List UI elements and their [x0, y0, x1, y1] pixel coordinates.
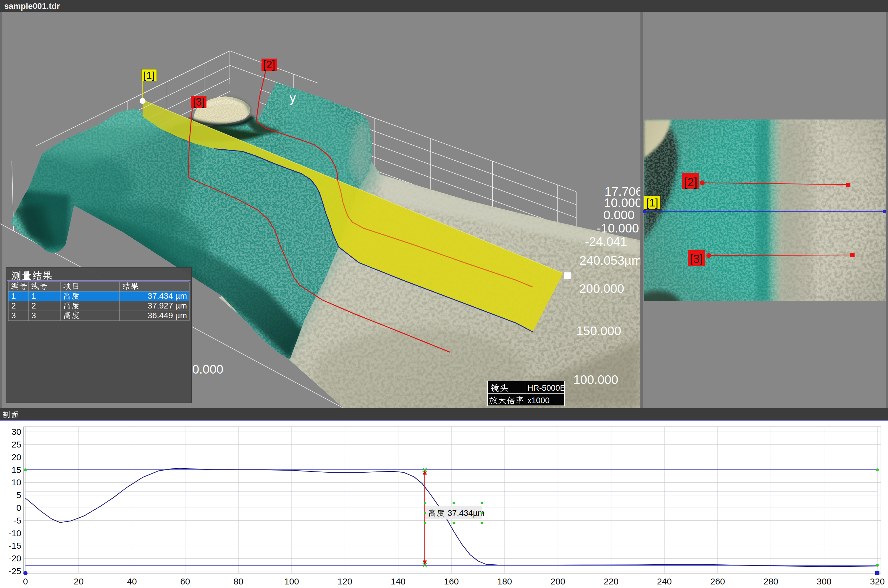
- svg-text:140: 140: [391, 576, 405, 586]
- svg-text:150.000: 150.000: [576, 324, 621, 338]
- svg-text:20: 20: [74, 576, 83, 586]
- svg-text:180: 180: [497, 576, 512, 586]
- svg-text:-10: -10: [9, 528, 21, 538]
- svg-text:160: 160: [444, 576, 459, 586]
- svg-text:10: 10: [12, 477, 21, 487]
- svg-text:1: 1: [32, 291, 36, 300]
- svg-text:100.000: 100.000: [573, 373, 618, 387]
- svg-text:2: 2: [11, 301, 16, 310]
- svg-text:1: 1: [11, 291, 16, 300]
- svg-text:240.053µm: 240.053µm: [579, 254, 642, 267]
- svg-text:-24.041: -24.041: [585, 234, 627, 249]
- svg-text:3: 3: [32, 311, 36, 320]
- svg-text:320: 320: [870, 576, 885, 586]
- svg-text:[1]: [1]: [646, 197, 658, 209]
- svg-text:10.000: 10.000: [604, 196, 642, 210]
- svg-text:2: 2: [32, 301, 36, 310]
- svg-text:5: 5: [16, 490, 21, 500]
- svg-text:37.434 µm: 37.434 µm: [148, 291, 187, 300]
- svg-text:60: 60: [180, 576, 190, 586]
- svg-text:80: 80: [233, 576, 243, 586]
- svg-text:-20: -20: [9, 554, 21, 563]
- svg-text:-10.000: -10.000: [597, 221, 639, 235]
- svg-text:260: 260: [710, 576, 725, 586]
- svg-text:0.000: 0.000: [192, 362, 224, 376]
- svg-text:240: 240: [657, 576, 672, 586]
- svg-text:y: y: [289, 90, 296, 105]
- svg-text:[3]: [3]: [193, 96, 205, 108]
- svg-text:[3]: [3]: [690, 252, 703, 265]
- svg-text:0: 0: [16, 503, 21, 513]
- svg-text:sample001.tdr: sample001.tdr: [4, 2, 60, 10]
- svg-text:100: 100: [284, 576, 299, 586]
- svg-text:[1]: [1]: [144, 69, 155, 81]
- svg-text:0: 0: [23, 576, 28, 586]
- svg-text:20: 20: [12, 452, 21, 462]
- svg-text:200: 200: [550, 576, 565, 586]
- svg-text:280: 280: [764, 576, 778, 586]
- svg-text:200.000: 200.000: [579, 282, 624, 296]
- svg-text:300: 300: [817, 576, 831, 586]
- svg-text:36.449 µm: 36.449 µm: [148, 311, 187, 320]
- svg-text:-15: -15: [9, 541, 21, 550]
- svg-text:[2]: [2]: [263, 58, 275, 71]
- svg-text:-25: -25: [9, 566, 21, 576]
- svg-text:25: 25: [12, 440, 21, 449]
- svg-text:0.000: 0.000: [603, 208, 634, 222]
- svg-text:37.927 µm: 37.927 µm: [148, 301, 187, 310]
- svg-text:37.434µm: 37.434µm: [447, 508, 484, 518]
- svg-text:120: 120: [338, 576, 352, 586]
- svg-text:15: 15: [12, 465, 21, 475]
- svg-text:HR-5000E: HR-5000E: [527, 383, 565, 393]
- svg-text:220: 220: [604, 576, 618, 586]
- svg-text:3: 3: [11, 311, 16, 320]
- svg-text:-5: -5: [13, 516, 21, 525]
- svg-text:x1000: x1000: [527, 396, 550, 405]
- svg-text:[2]: [2]: [684, 176, 697, 189]
- svg-text:30: 30: [12, 427, 21, 436]
- svg-text:40: 40: [127, 576, 136, 586]
